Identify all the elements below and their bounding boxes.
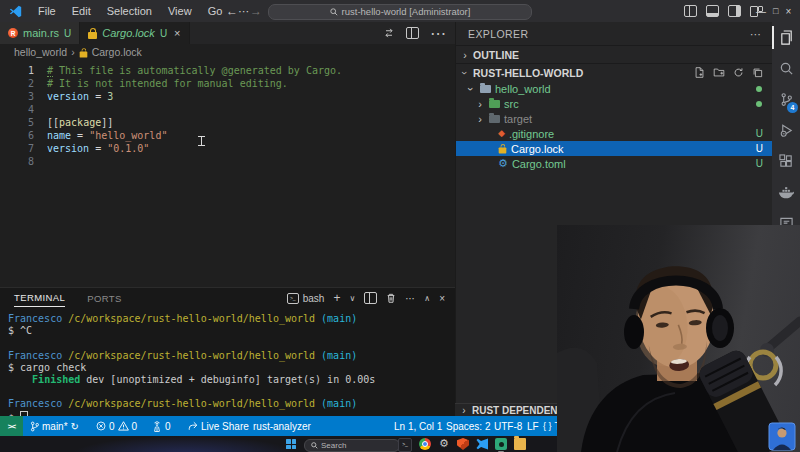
tree-item-gitignore[interactable]: ◆.gitignoreU xyxy=(456,126,773,141)
collapse-all-icon[interactable] xyxy=(752,67,763,78)
tree-item-cargo.lock[interactable]: Cargo.lockU xyxy=(456,141,773,156)
braces-icon: { } xyxy=(543,421,552,431)
tree-item-cargo.toml[interactable]: ⚙Cargo.tomlU xyxy=(456,156,773,171)
code-line[interactable]: 4 xyxy=(0,103,455,116)
code-token: ]] xyxy=(101,117,113,128)
git-branch-item[interactable]: main* ↻ xyxy=(30,416,79,436)
problems-item[interactable]: 0 0 xyxy=(96,416,137,436)
analyzer-item[interactable]: rust-analyzer xyxy=(253,416,311,436)
terminal-dropdown-icon[interactable]: ∨ xyxy=(349,294,355,303)
close-tab-icon[interactable]: × xyxy=(174,27,180,39)
code-line[interactable]: 1# This file is automatically @generated… xyxy=(0,64,455,77)
more-actions-icon[interactable]: ⋯ xyxy=(430,24,446,43)
shell-chip[interactable]: >_ bash xyxy=(287,293,325,304)
editor-lines: 1# This file is automatically @generated… xyxy=(0,60,455,168)
toggle-panel-icon[interactable] xyxy=(706,5,719,17)
tab-cargo-lock[interactable]: Cargo.lock U × xyxy=(80,22,189,44)
minimize-icon[interactable]: — xyxy=(756,6,766,17)
new-file-icon[interactable] xyxy=(694,67,705,78)
code-line[interactable]: 5[[package]] xyxy=(0,116,455,129)
split-editor-right-icon[interactable] xyxy=(406,27,419,39)
taskbar-app-shield-icon[interactable] xyxy=(457,438,469,450)
modified-dot-badge xyxy=(756,101,762,107)
code-token: = xyxy=(71,130,89,141)
bash-icon: >_ xyxy=(287,293,299,304)
modified-dot-badge xyxy=(756,86,762,92)
split-terminal-icon[interactable] xyxy=(364,292,377,304)
section-workspace[interactable]: › RUST-HELLO-WORLD xyxy=(456,63,773,81)
presenter-illustration xyxy=(557,225,800,452)
code-editor[interactable]: 1# This file is automatically @generated… xyxy=(0,60,455,287)
split-editor-icon[interactable] xyxy=(684,5,697,17)
taskbar-search[interactable]: Search xyxy=(304,439,400,452)
code-line[interactable]: 8 xyxy=(0,155,455,168)
tree-item-target[interactable]: ›target xyxy=(456,111,773,126)
close-icon[interactable]: × xyxy=(785,6,791,17)
new-terminal-icon[interactable]: + xyxy=(333,291,340,305)
tab-ports[interactable]: PORTS xyxy=(87,290,122,307)
back-arrow-icon[interactable]: ← xyxy=(226,4,238,18)
search-icon xyxy=(330,8,338,16)
activity-explorer-icon[interactable] xyxy=(772,22,800,53)
menu-selection[interactable]: Selection xyxy=(99,5,160,18)
breadcrumb-file[interactable]: Cargo.lock xyxy=(92,46,142,58)
section-outline[interactable]: › OUTLINE xyxy=(456,45,773,63)
ports-item[interactable]: 0 xyxy=(152,416,171,436)
new-folder-icon[interactable] xyxy=(713,67,725,78)
code-line[interactable]: 7version = "0.1.0" xyxy=(0,142,455,155)
code-line[interactable]: 2# It is not intended for manual editing… xyxy=(0,77,455,90)
live-share-item[interactable]: Live Share xyxy=(188,416,249,436)
tab-label: Cargo.lock xyxy=(102,27,155,39)
rust-file-icon: R xyxy=(8,28,18,38)
code-line[interactable]: 6name = "hello_world" xyxy=(0,129,455,142)
terminal-output[interactable]: Francesco /c/workspace/rust-hello-world/… xyxy=(0,308,455,423)
breadcrumb-folder[interactable]: hello_world xyxy=(14,46,67,58)
git-status-badge: U xyxy=(756,158,763,169)
taskbar-app-files-icon[interactable] xyxy=(514,438,526,450)
line-number: 7 xyxy=(0,142,47,155)
taskbar-app-chrome-icon[interactable] xyxy=(419,438,431,450)
code-token: # It is not intended for manual editing. xyxy=(47,78,288,89)
panel-more-icon[interactable]: ⋯ xyxy=(405,293,415,304)
code-token: [[ xyxy=(47,117,59,128)
menu-edit[interactable]: Edit xyxy=(64,5,99,18)
taskbar-app-camera-icon[interactable] xyxy=(495,438,507,450)
layout-controls xyxy=(684,0,761,22)
eol-item[interactable]: LF xyxy=(527,416,539,436)
breadcrumb[interactable]: hello_world › Cargo.lock xyxy=(0,44,469,60)
maximize-icon[interactable]: □ xyxy=(773,6,778,16)
maximize-panel-icon[interactable]: ∧ xyxy=(424,294,430,303)
taskbar-app-settings-icon[interactable]: ⚙ xyxy=(438,438,450,450)
cursor-position-item[interactable]: Ln 1, Col 1 xyxy=(394,416,442,436)
forward-arrow-icon[interactable]: → xyxy=(250,4,262,18)
indentation-item[interactable]: Spaces: 2 xyxy=(446,416,490,436)
taskbar-app-vscode-icon[interactable] xyxy=(476,438,488,450)
toggle-sidebar-icon[interactable] xyxy=(728,5,741,17)
close-panel-icon[interactable]: × xyxy=(439,293,445,304)
taskbar-app-terminal-icon[interactable]: >_ xyxy=(398,438,412,452)
activity-docker-icon[interactable] xyxy=(772,177,800,208)
search-placeholder: Search xyxy=(321,441,346,450)
explorer-more-icon[interactable]: ⋯ xyxy=(750,28,761,40)
command-center-search[interactable]: rust-hello-world [Administrator] xyxy=(268,4,532,20)
tab-terminal[interactable]: TERMINAL xyxy=(14,289,65,307)
remote-indicator[interactable]: >< xyxy=(0,416,23,436)
activity-extensions-icon[interactable] xyxy=(772,146,800,177)
vscode-window: FileEditSelectionViewGo⋯ ← → rust-hello-… xyxy=(0,0,800,452)
activity-run-debug-icon[interactable] xyxy=(772,115,800,146)
encoding-item[interactable]: UTF-8 xyxy=(494,416,522,436)
activity-source-control-icon[interactable]: 4 xyxy=(772,84,800,115)
kill-terminal-icon[interactable] xyxy=(386,293,396,304)
open-changes-icon[interactable] xyxy=(383,27,395,39)
activity-search-icon[interactable] xyxy=(772,53,800,84)
menu-view[interactable]: View xyxy=(160,5,200,18)
refresh-icon[interactable] xyxy=(733,67,744,78)
tree-item-src[interactable]: ›src xyxy=(456,96,773,111)
code-line[interactable]: 3version = 3 xyxy=(0,90,455,103)
tab-main-rs[interactable]: R main.rs U xyxy=(0,22,80,44)
tree-item-hello_world[interactable]: ›hello_world xyxy=(456,81,773,96)
terminal-token: dev [unoptimized + debuginfo] target(s) … xyxy=(80,374,375,385)
branch-name: main* xyxy=(42,421,68,432)
start-button-icon[interactable] xyxy=(286,439,296,449)
menu-file[interactable]: File xyxy=(30,5,64,18)
